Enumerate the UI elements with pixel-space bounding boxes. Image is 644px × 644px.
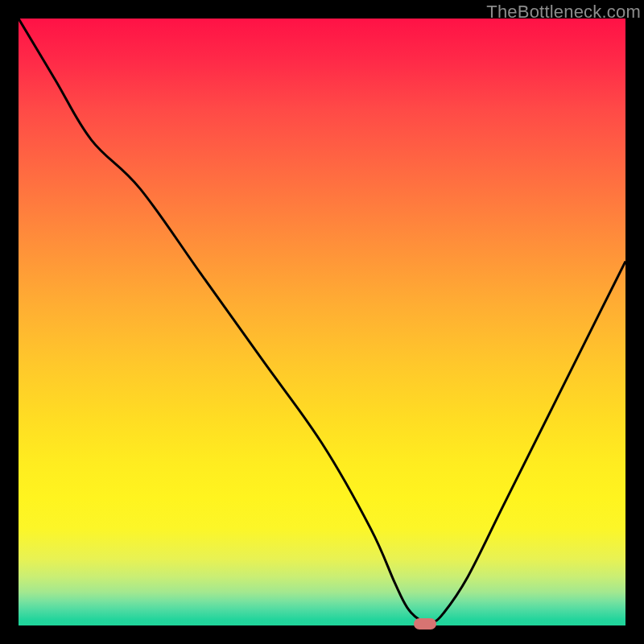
chart-container: TheBottleneck.com: [0, 0, 644, 644]
watermark-text: TheBottleneck.com: [486, 2, 641, 23]
bottleneck-curve: [19, 19, 625, 625]
plot-area: [19, 19, 625, 625]
optimal-marker: [414, 618, 436, 630]
